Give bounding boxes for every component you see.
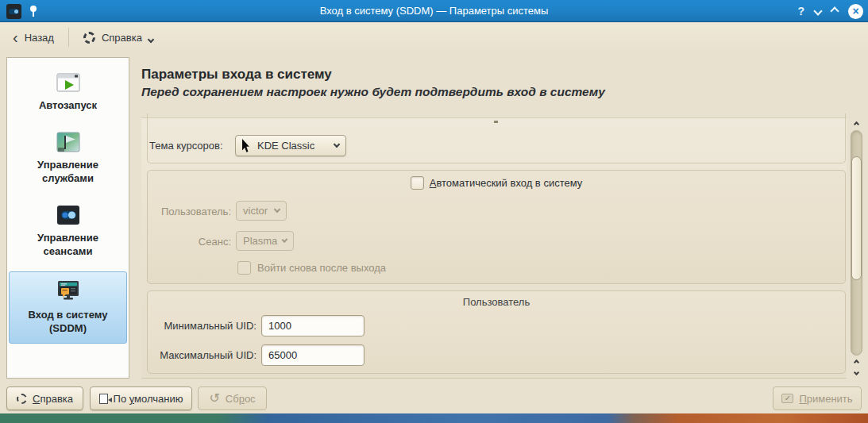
toolbar: ‹ Назад Справка	[0, 22, 868, 52]
max-uid-label: Максимальный UID:	[160, 349, 257, 361]
relogin-label: Войти снова после выхода	[257, 262, 386, 274]
apply-button-label: Применить	[799, 393, 852, 405]
cursor-theme-label: Тема курсоров:	[149, 140, 223, 152]
close-button[interactable]: ×	[848, 4, 863, 19]
minimize-button[interactable]	[813, 6, 822, 15]
help-button-label: Справка	[33, 393, 73, 405]
user-groupbox: Пользователь Минимальный UID: Максимальн…	[147, 290, 846, 374]
help-button-label: Справка	[102, 32, 142, 44]
sessions-icon	[55, 202, 82, 229]
cursor-theme-row: Тема курсоров:	[149, 135, 223, 156]
scrollbar-track[interactable]	[851, 130, 862, 356]
category-sidebar: Автозапуск Управление службами	[6, 57, 129, 379]
sidebar-item-autostart[interactable]: Автозапуск	[9, 66, 127, 117]
toolbar-separator	[68, 28, 69, 47]
autologin-checkbox-label: Автоматический вход в систему	[430, 177, 583, 189]
services-icon	[55, 129, 82, 156]
login-screen-icon	[55, 279, 82, 306]
defaults-button-label: По умолчанию	[114, 393, 183, 405]
max-uid-input[interactable]	[261, 344, 365, 366]
user-label-cell: Пользователь:	[154, 202, 231, 221]
cursor-arrow-icon	[242, 139, 252, 152]
defaults-button[interactable]: По умолчанию	[90, 386, 192, 410]
titlebar-buttons: ? ×	[797, 0, 863, 22]
session-label-cell: Сеанс:	[154, 232, 231, 252]
scroll-down-button[interactable]	[850, 367, 863, 378]
chevron-down-icon	[334, 141, 340, 148]
titlebar: Вход в систему (SDDM) — Параметры систем…	[0, 0, 868, 22]
sidebar-item-services[interactable]: Управление службами	[9, 125, 127, 190]
reset-button: ↺ Сброс	[198, 386, 267, 410]
back-chevron-icon: ‹	[13, 27, 18, 48]
cursor-theme-value: KDE Classic	[257, 140, 314, 152]
autostart-icon	[55, 69, 82, 96]
undo-icon: ↺	[209, 392, 219, 405]
user-combobox: victor	[236, 201, 287, 221]
autologin-checkbox[interactable]	[411, 176, 424, 190]
sidebar-item-login-sddm[interactable]: Вход в систему (SDDM)	[9, 271, 127, 344]
maximize-button[interactable]	[830, 6, 839, 15]
chevron-down-icon	[148, 37, 154, 43]
button-bar: Справка По умолчанию ↺ Сброс ✓ Применить	[0, 385, 868, 413]
whats-this-button[interactable]: ?	[797, 5, 804, 17]
relogin-row: Войти снова после выхода	[237, 260, 386, 275]
reset-button-label: Сброс	[226, 393, 256, 405]
scrollbar-thumb[interactable]	[851, 156, 862, 280]
user-label: Пользователь:	[161, 206, 231, 217]
min-uid-input[interactable]	[261, 315, 365, 336]
autologin-checkbox-row: Автоматический вход в систему	[148, 176, 845, 190]
cursor-theme-combobox[interactable]: KDE Classic	[235, 135, 346, 156]
sidebar-item-label: Управление службами	[13, 158, 124, 185]
min-uid-label: Минимальный UID:	[164, 320, 257, 332]
sidebar-item-label: Управление сеансами	[13, 231, 124, 258]
page-subtitle: Перед сохранением настроек нужно будет п…	[141, 85, 605, 99]
min-uid-label-cell: Минимальный UID:	[154, 315, 257, 336]
help-menu-button[interactable]: Справка	[75, 25, 161, 49]
help-button[interactable]: Справка	[6, 386, 83, 410]
back-button[interactable]: ‹ Назад	[5, 25, 62, 49]
page-title: Параметры входа в систему	[141, 67, 332, 83]
session-value: Plasma	[243, 235, 277, 247]
sidebar-item-label: Вход в систему (SDDM)	[13, 308, 124, 335]
scroll-up-button-bottom[interactable]	[850, 357, 863, 367]
max-uid-label-cell: Максимальный UID:	[154, 344, 257, 366]
chevron-down-icon	[274, 206, 280, 213]
chevron-down-icon	[282, 236, 288, 243]
window-title: Вход в систему (SDDM) — Параметры систем…	[0, 5, 868, 17]
desktop-screenshot: Вход в систему (SDDM) — Параметры систем…	[0, 0, 868, 423]
back-button-label: Назад	[25, 32, 54, 44]
user-group-title: Пользователь	[148, 296, 845, 308]
apply-check-icon: ✓	[781, 394, 793, 403]
document-revert-icon	[99, 394, 108, 404]
help-lifebuoy-icon	[17, 394, 27, 404]
apply-button: ✓ Применить	[773, 386, 862, 410]
sidebar-item-label: Автозапуск	[13, 98, 124, 112]
session-label: Сеанс:	[199, 236, 231, 248]
relogin-checkbox	[237, 261, 251, 275]
vertical-scrollbar	[850, 119, 863, 379]
user-value: victor	[243, 205, 268, 217]
autologin-groupbox: Автоматический вход в систему Пользовате…	[147, 170, 846, 284]
help-lifebuoy-icon	[83, 32, 95, 44]
sidebar-item-sessions[interactable]: Управление сеансами	[9, 198, 127, 263]
desktop-wallpaper-strip	[0, 413, 868, 423]
session-combobox: Plasma	[236, 231, 294, 251]
scroll-up-button[interactable]	[850, 119, 863, 129]
settings-scroll-area: Тема курсоров: KDE Classic Автоматически…	[141, 117, 847, 379]
